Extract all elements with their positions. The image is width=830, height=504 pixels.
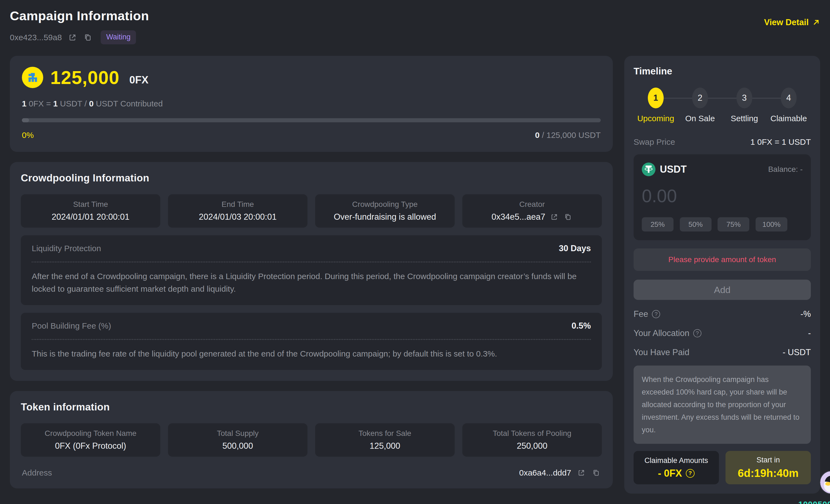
crowdpooling-heading: Crowdpooling Information: [21, 172, 602, 184]
add-button[interactable]: Add: [634, 280, 811, 300]
dotted-divider: [32, 339, 591, 340]
view-detail-link[interactable]: View Detail: [764, 18, 820, 27]
usdt-icon: [642, 162, 656, 176]
start-in-box: Start in 6d:19h:40m: [726, 451, 811, 484]
external-link-icon[interactable]: [68, 33, 77, 42]
field-total-tokens-pooling: Total Tokens of Pooling 250,000: [462, 423, 602, 456]
claimable-amounts-box: Claimable Amounts - 0FX ?: [634, 451, 719, 484]
field-total-supply: Total Supply 500,000: [168, 423, 308, 456]
amount-input[interactable]: [642, 186, 803, 206]
debug-number: 1000500: [798, 500, 830, 504]
timeline-heading: Timeline: [634, 66, 811, 76]
percent-75-button[interactable]: 75%: [717, 217, 749, 231]
timeline-steps: 1 Upcoming 2 On Sale 3 Settling 4: [634, 88, 811, 123]
fee-help-icon[interactable]: ?: [652, 310, 660, 318]
claimable-amounts-label: Claimable Amounts: [644, 456, 708, 465]
liquidity-protection-box: Liquidity Protection 30 Days After the e…: [21, 235, 602, 305]
timeline-step-settling: 3 Settling: [722, 88, 767, 123]
pool-building-fee-box: Pool Building Fee (%) 0.5% This is the t…: [21, 313, 602, 370]
crowdpooling-card: Crowdpooling Information Start Time 2024…: [10, 162, 613, 381]
token-address-label: Address: [22, 468, 52, 477]
overview-card: 125,000 0FX 1 0FX = 1 USDT / 0 USDT Cont…: [10, 56, 613, 152]
timeline-step-on-sale: 2 On Sale: [678, 88, 722, 123]
liquidity-protection-value: 30 Days: [559, 244, 591, 253]
field-token-name: Crowdpooling Token Name 0FX (0Fx Protoco…: [21, 423, 160, 456]
allocation-row: Your Allocation ? -: [634, 328, 811, 338]
token-logo-icon: [22, 67, 43, 88]
trade-sidebar: Timeline 1 Upcoming 2 On Sale 3: [624, 56, 820, 494]
liquidity-protection-description: After the end of a Crowdpooling campaign…: [32, 270, 591, 295]
view-detail-label: View Detail: [764, 18, 809, 27]
arrow-up-right-icon: [812, 18, 820, 27]
percent-25-button[interactable]: 25%: [642, 217, 673, 231]
validation-message: Please provide amount of token: [668, 255, 776, 264]
paid-row: You Have Paid - USDT: [634, 347, 811, 357]
token-info-card: Token information Crowdpooling Token Nam…: [10, 391, 613, 489]
field-start-time: Start Time 2024/01/01 20:00:01: [21, 194, 160, 228]
paid-value: - USDT: [783, 347, 811, 357]
copy-icon[interactable]: [83, 33, 92, 42]
progress-fill: [22, 118, 29, 122]
claimable-help-icon[interactable]: ?: [686, 469, 695, 478]
progress-bar: [22, 118, 601, 122]
external-link-icon[interactable]: [550, 212, 559, 222]
pay-token-symbol: USDT: [660, 164, 687, 175]
swap-price-value: 1 0FX = 1 USDT: [751, 137, 811, 147]
validation-message-box: Please provide amount of token: [634, 248, 811, 271]
campaign-address: 0xe423...59a8: [10, 33, 62, 42]
timeline-step-claimable: 4 Claimable: [767, 88, 811, 123]
field-tokens-for-sale: Tokens for Sale 125,000: [315, 423, 455, 456]
field-end-time: End Time 2024/01/03 20:00:01: [168, 194, 308, 228]
timeline-step-upcoming: 1 Upcoming: [634, 88, 678, 123]
pool-fee-value: 0.5%: [572, 321, 591, 331]
claimable-amounts-value: - 0FX: [658, 468, 682, 479]
fee-value: -%: [800, 309, 811, 319]
start-in-label: Start in: [757, 456, 780, 464]
page-title: Campaign Information: [10, 8, 149, 23]
campaign-page: Campaign Information 0xe423...59a8 Waiti…: [0, 0, 830, 504]
start-in-countdown: 6d:19h:40m: [738, 467, 799, 479]
token-address-row: Address 0xa6a4...ddd7: [21, 468, 602, 477]
copy-icon[interactable]: [563, 212, 573, 222]
fee-row: Fee ? -%: [634, 309, 811, 319]
field-creator: Creator 0x34e5...aea7: [462, 194, 602, 228]
pay-amount-box: USDT Balance: - 25% 50% 75% 100%: [634, 154, 811, 240]
token-address: 0xa6a4...ddd7: [519, 468, 571, 477]
percent-100-button[interactable]: 100%: [756, 217, 787, 231]
page-header: Campaign Information 0xe423...59a8 Waiti…: [10, 6, 820, 44]
token-info-heading: Token information: [21, 401, 602, 413]
fee-label: Fee: [634, 309, 648, 319]
copy-icon[interactable]: [592, 468, 601, 477]
pool-fee-label: Pool Building Fee (%): [32, 321, 111, 330]
status-badge: Waiting: [101, 30, 136, 44]
swap-price-label: Swap Price: [634, 137, 675, 147]
sale-amount: 125,000: [50, 67, 120, 88]
allocation-label: Your Allocation: [634, 328, 690, 338]
swap-rate-line: 1 0FX = 1 USDT / 0 USDT Contributed: [22, 99, 601, 108]
swap-price-row: Swap Price 1 0FX = 1 USDT: [634, 137, 811, 147]
field-crowdpooling-type: Crowdpooling Type Over-fundraising is al…: [315, 194, 455, 228]
pool-fee-description: This is the trading fee rate of the liqu…: [32, 347, 591, 360]
dotted-divider: [32, 261, 591, 262]
paid-label: You Have Paid: [634, 347, 690, 357]
progress-raised: 0 / 125,000 USDT: [535, 130, 601, 140]
balance-label: Balance: -: [768, 165, 803, 174]
allocation-value: -: [808, 328, 811, 338]
campaign-address-row: 0xe423...59a8 Waiting: [10, 30, 149, 44]
percent-buttons: 25% 50% 75% 100%: [642, 217, 803, 231]
percent-50-button[interactable]: 50%: [680, 217, 711, 231]
allocation-note: When the Crowdpooling campaign has excee…: [634, 366, 811, 444]
external-link-icon[interactable]: [577, 468, 586, 477]
progress-percent: 0%: [22, 130, 34, 140]
liquidity-protection-label: Liquidity Protection: [32, 244, 101, 253]
sale-token-symbol: 0FX: [129, 74, 149, 86]
creator-address: 0x34e5...aea7: [491, 212, 545, 222]
allocation-help-icon[interactable]: ?: [693, 329, 701, 337]
